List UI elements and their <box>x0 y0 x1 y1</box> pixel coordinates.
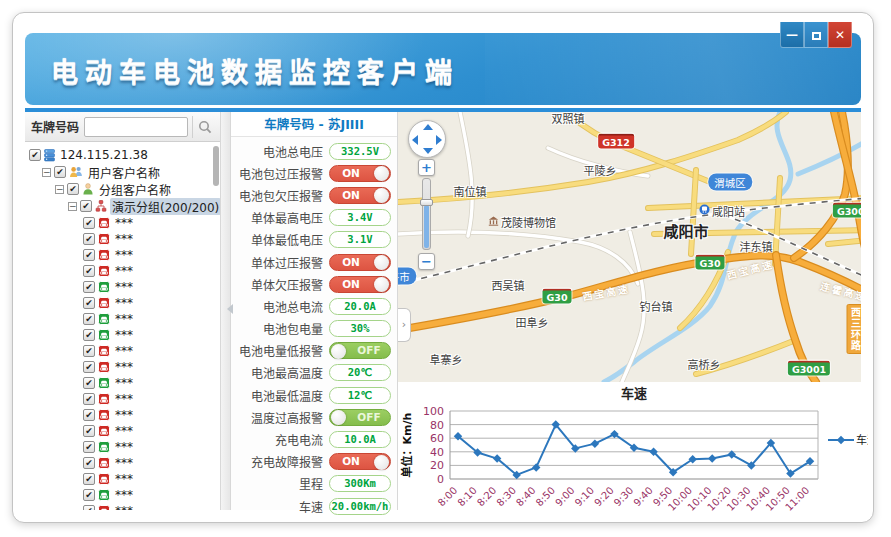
tree-checkbox[interactable]: ✔ <box>83 329 95 341</box>
field-value: 3.1V <box>329 231 391 248</box>
tree-checkbox[interactable]: ✔ <box>83 425 95 437</box>
tree-checkbox[interactable]: ✔ <box>83 345 95 357</box>
tree-expand-icon[interactable]: − <box>42 168 51 177</box>
tree-item-label: *** <box>113 392 135 406</box>
tree-item[interactable]: −✔演示分组(200/200) <box>25 198 220 214</box>
map-place-label: 茂陵博物馆 <box>488 214 556 230</box>
tree-checkbox[interactable]: ✔ <box>83 441 95 453</box>
maximize-icon <box>812 32 821 40</box>
map-pan-control[interactable] <box>408 120 446 158</box>
tree-item-vehicle[interactable]: ✔*** <box>25 455 220 470</box>
tree-item-vehicle[interactable]: ✔*** <box>25 503 220 510</box>
tree-checkbox[interactable]: ✔ <box>83 281 95 293</box>
vehicle-icon <box>98 457 110 469</box>
alarm-toggle-off[interactable]: OFF <box>329 409 391 426</box>
tree-expand-icon[interactable]: − <box>55 185 64 194</box>
tree-checkbox[interactable]: ✔ <box>83 265 95 277</box>
tree-item-vehicle[interactable]: ✔*** <box>25 311 220 326</box>
tree-item[interactable]: −✔分组客户名称 <box>25 181 220 197</box>
alarm-toggle-off[interactable]: OFF <box>329 342 391 359</box>
tree-item-label: *** <box>113 504 135 511</box>
svg-text:8:10: 8:10 <box>455 485 479 509</box>
tree-checkbox[interactable]: ✔ <box>83 489 95 501</box>
tree-item[interactable]: ✔124.115.21.38 <box>25 147 220 163</box>
tree-item[interactable]: −✔用户客户名称 <box>25 164 220 180</box>
toggle-knob <box>374 455 389 470</box>
tree-item-vehicle[interactable]: ✔*** <box>25 423 220 438</box>
tree-checkbox[interactable]: ✔ <box>83 393 95 405</box>
plate-search-label: 车牌号码 <box>31 118 79 135</box>
tree-item-vehicle[interactable]: ✔*** <box>25 247 220 262</box>
speed-chart-canvas: 车速单位：Km/h0204060801008:008:108:208:308:4… <box>398 382 868 523</box>
map-zoom-in-button[interactable]: + <box>418 159 435 176</box>
tree-checkbox[interactable]: ✔ <box>80 200 92 212</box>
tree-checkbox[interactable]: ✔ <box>67 183 79 195</box>
map-expander-tab[interactable]: › <box>398 308 411 342</box>
svg-text:车速: 车速 <box>621 386 647 401</box>
field-value: 20.0A <box>329 298 391 315</box>
battery-field-row: 电池包电量30% <box>231 318 397 340</box>
tree-checkbox[interactable]: ✔ <box>83 377 95 389</box>
tree-item-label: 演示分组(200/200) <box>110 198 220 215</box>
tree-item-vehicle[interactable]: ✔*** <box>25 279 220 294</box>
panel-splitter[interactable] <box>221 112 231 510</box>
field-label: 温度过高报警 <box>231 409 323 426</box>
map-zoom-handle[interactable] <box>420 199 433 206</box>
alarm-toggle-on[interactable]: ON <box>329 453 391 470</box>
tree-checkbox[interactable]: ✔ <box>83 233 95 245</box>
tree-item-vehicle[interactable]: ✔*** <box>25 487 220 502</box>
tree-checkbox[interactable]: ✔ <box>83 361 95 373</box>
train-station-icon <box>699 204 710 218</box>
tree-item-label: *** <box>113 264 135 278</box>
tree-checkbox[interactable]: ✔ <box>83 473 95 485</box>
alarm-toggle-on[interactable]: ON <box>329 187 391 204</box>
battery-field-row: 单体欠压报警ON <box>231 273 397 295</box>
search-icon[interactable] <box>192 116 216 138</box>
minimize-button[interactable]: — <box>780 22 804 48</box>
vehicle-icon <box>98 265 110 277</box>
tree-item-label: *** <box>113 360 135 374</box>
tree-item-vehicle[interactable]: ✔*** <box>25 295 220 310</box>
tree-item-vehicle[interactable]: ✔*** <box>25 215 220 230</box>
tree-item-vehicle[interactable]: ✔*** <box>25 263 220 278</box>
battery-field-row: 单体最高电压3.4V <box>231 207 397 229</box>
tree-expand-icon[interactable]: − <box>68 202 77 211</box>
tree-checkbox[interactable]: ✔ <box>29 149 41 161</box>
tree-checkbox[interactable]: ✔ <box>83 249 95 261</box>
tree-checkbox[interactable]: ✔ <box>83 409 95 421</box>
svg-text:80: 80 <box>430 419 444 432</box>
tree-item-vehicle[interactable]: ✔*** <box>25 439 220 454</box>
tree-item-vehicle[interactable]: ✔*** <box>25 471 220 486</box>
tree-checkbox[interactable]: ✔ <box>83 457 95 469</box>
vehicle-icon <box>98 361 110 373</box>
tree-item-vehicle[interactable]: ✔*** <box>25 391 220 406</box>
plate-search-input[interactable] <box>84 117 188 137</box>
alarm-toggle-on[interactable]: ON <box>329 165 391 182</box>
map-zoom-slider[interactable] <box>422 178 431 250</box>
maximize-button[interactable] <box>804 22 828 48</box>
tree-checkbox[interactable]: ✔ <box>83 505 95 511</box>
tree-checkbox[interactable]: ✔ <box>83 217 95 229</box>
tree-checkbox[interactable]: ✔ <box>83 313 95 325</box>
tree-checkbox[interactable]: ✔ <box>83 297 95 309</box>
alarm-toggle-on[interactable]: ON <box>329 254 391 271</box>
vehicle-icon <box>98 281 110 293</box>
tree-item-label: *** <box>113 456 135 470</box>
toggle-knob <box>331 344 346 359</box>
map-zoom-out-button[interactable]: − <box>418 253 435 270</box>
map[interactable]: 双照镇G312平陵乡渭城区南位镇咸阳站G3001茂陵博物馆咸阳市沣东镇G30西宝… <box>398 112 861 382</box>
tree-item-vehicle[interactable]: ✔*** <box>25 327 220 342</box>
tree-item-label: *** <box>113 248 135 262</box>
tree-item-vehicle[interactable]: ✔*** <box>25 343 220 358</box>
tree-checkbox[interactable]: ✔ <box>54 166 66 178</box>
tree-item-vehicle[interactable]: ✔*** <box>25 407 220 422</box>
svg-text:8:00: 8:00 <box>436 485 460 509</box>
tree-scrollbar[interactable] <box>213 146 219 186</box>
tree-item-vehicle[interactable]: ✔*** <box>25 375 220 390</box>
alarm-toggle-on[interactable]: ON <box>329 276 391 293</box>
tree-item-vehicle[interactable]: ✔*** <box>25 359 220 374</box>
close-button[interactable]: ✕ <box>828 22 852 48</box>
vehicle-icon <box>98 249 110 261</box>
tree-item-vehicle[interactable]: ✔*** <box>25 231 220 246</box>
field-label: 电池最低温度 <box>231 387 323 404</box>
